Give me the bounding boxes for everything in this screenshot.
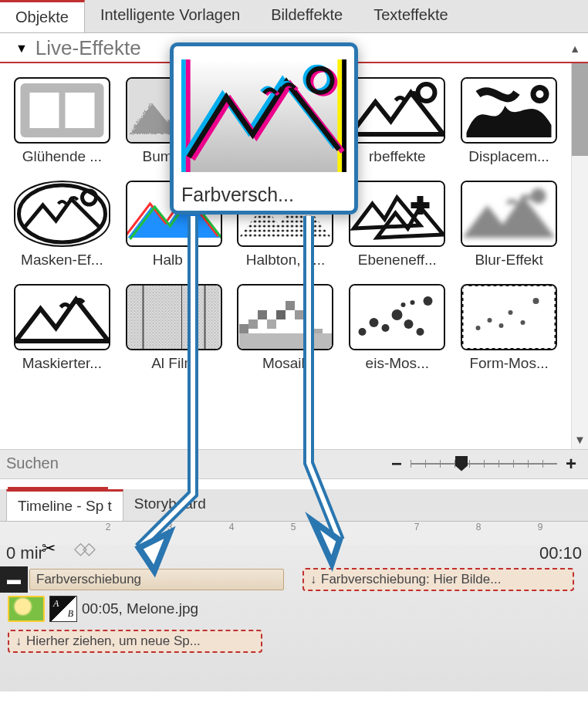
svg-point-47 [417,328,424,336]
search-input[interactable] [5,451,387,475]
scissors-icon[interactable]: ✂ [42,539,56,559]
svg-point-53 [488,318,492,323]
search-zoom-row: − + [0,449,588,479]
svg-rect-34 [267,319,276,329]
effect-preview-label: Farbversch... [181,184,346,206]
drop-target-effect-images[interactable]: ↓ Farbverschiebung: Hier Bilde... [302,568,574,591]
tab-objekte[interactable]: Objekte [0,0,85,32]
svg-rect-37 [295,310,304,319]
effect-thumb-icon [14,181,110,247]
svg-point-55 [509,310,513,315]
effect-preview-popup[interactable]: Farbversch... [170,42,358,215]
svg-point-42 [359,328,367,336]
thumbnail-size-slider[interactable] [411,463,557,465]
svg-point-45 [392,309,403,320]
svg-point-49 [401,302,406,307]
timeline-clip-media[interactable]: 00:05, Melone.jpg [8,596,198,622]
svg-point-48 [424,296,433,306]
svg-point-44 [382,324,390,332]
timeline-panel: 2 3 4 5 7 8 9 0 mir ✂ ◇◇ 00:10 ▬ Farbver… [0,522,588,691]
effects-scrollbar[interactable]: ▼ [571,63,588,449]
drop-target-new-track[interactable]: ↓ Hierher ziehen, um neue Sp... [8,630,262,653]
effect-thumb-icon [349,181,445,247]
effect-ebeneneffekt[interactable]: Ebeneneff... [346,181,448,269]
svg-rect-51 [463,286,556,349]
svg-rect-31 [239,324,248,333]
effect-blur[interactable]: Blur-Effekt [458,181,560,269]
effect-form-mosaik[interactable]: Form-Mos... [458,284,560,372]
effect-farbeffekte[interactable]: rbeffekte [346,77,448,165]
arrow-down-icon: ↓ [15,634,22,648]
effect-maskierter[interactable]: Maskierter... [11,284,113,372]
timeline-clip-effect[interactable]: Farbverschiebung [29,569,284,590]
transition-icon[interactable] [49,596,77,622]
svg-rect-35 [276,310,286,319]
effect-displacement[interactable]: Displacem... [458,77,560,165]
slider-thumb[interactable] [455,456,468,471]
media-thumbnail-icon [8,596,45,622]
tab-storyboard[interactable]: Storyboard [123,489,217,521]
svg-rect-2 [65,93,94,128]
effect-thumb-icon [461,181,557,247]
tab-timeline[interactable]: Timeline - Sp t [6,489,123,521]
zoom-in-button[interactable]: + [562,453,580,475]
effect-kreis-mosaik[interactable]: eis-Mos... [346,284,448,372]
effect-thumb-icon [237,284,333,350]
tab-vorlagen[interactable]: Intelligente Vorlagen [85,0,255,32]
effect-thumb-icon [349,77,445,144]
effect-thumb-icon [461,77,557,144]
svg-point-46 [404,319,414,329]
svg-point-54 [499,323,504,328]
svg-rect-33 [258,310,267,319]
svg-point-50 [411,300,415,305]
effect-mosaik[interactable]: Mosaik [235,284,337,372]
arrow-down-icon: ↓ [310,573,316,586]
tab-texteffekte[interactable]: Texteffekte [358,0,463,32]
svg-rect-38 [304,319,313,329]
svg-rect-59 [181,59,186,172]
svg-point-43 [370,318,379,327]
scroll-up-icon[interactable]: ▲ [569,42,580,55]
duration-time: 00:10 [539,543,582,563]
effect-thumb-icon [349,284,445,350]
effect-thumb-icon [14,77,110,144]
svg-point-57 [533,298,539,304]
effect-thumb-icon [14,284,110,350]
svg-point-56 [521,320,525,325]
svg-rect-36 [286,301,295,310]
effect-thumb-icon [461,284,557,350]
collapse-caret-icon[interactable]: ▼ [15,42,28,56]
effect-alter-film[interactable]: Al Film [123,284,225,372]
top-tabs: Objekte Intelligente Vorlagen Bildeffekt… [0,0,588,33]
scrollbar-thumb[interactable] [572,63,588,156]
svg-rect-61 [337,59,342,172]
marker-icons[interactable]: ◇◇ [74,539,91,559]
zoom-out-button[interactable]: − [387,453,406,475]
svg-rect-26 [127,286,220,349]
svg-point-9 [536,90,544,98]
scroll-down-icon[interactable]: ▼ [572,433,588,446]
track-header-1[interactable]: ▬ [0,566,28,593]
effect-masken[interactable]: Masken-Ef... [11,181,113,269]
effect-gluehende[interactable]: Glühende ... [11,77,113,165]
svg-point-52 [476,326,481,330]
svg-rect-40 [239,333,332,349]
effect-preview-thumb-icon [181,54,346,177]
svg-rect-1 [29,93,59,128]
svg-point-21 [531,188,546,204]
media-label: 00:05, Melone.jpg [82,600,198,617]
lower-tabs: Timeline - Sp t Storyboard [0,489,588,522]
playhead-time: 0 mir [6,543,44,563]
effect-thumb-icon [126,284,222,350]
svg-rect-62 [342,59,346,172]
svg-rect-32 [248,319,258,329]
tab-bildeffekte[interactable]: Bildeffekte [255,0,358,32]
